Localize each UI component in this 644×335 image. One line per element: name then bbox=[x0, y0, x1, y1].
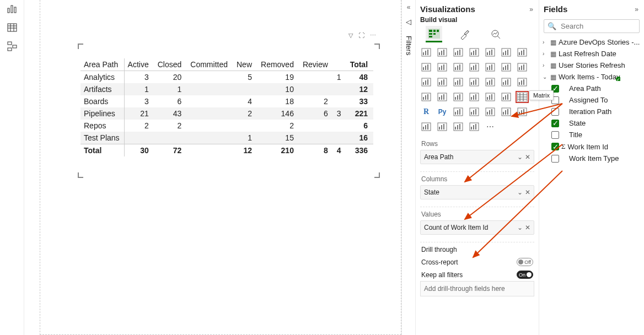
viz-map-icon[interactable] bbox=[484, 77, 496, 88]
viz-line-col2-icon[interactable] bbox=[468, 62, 480, 73]
values-field-value: Count of Work Item Id bbox=[424, 224, 489, 231]
svg-rect-126 bbox=[503, 97, 504, 100]
viz-score-icon[interactable] bbox=[420, 121, 432, 132]
cross-report-toggle[interactable]: Off bbox=[517, 258, 533, 266]
focus-mode-icon[interactable]: ⛶ bbox=[358, 32, 364, 39]
viz-stack-col-icon[interactable] bbox=[484, 47, 496, 58]
field-Area Path[interactable]: ✓Area Path bbox=[543, 83, 643, 94]
chevron-down-icon[interactable]: ⌄ bbox=[517, 153, 523, 161]
table-Last Refresh Date[interactable]: ›▦Last Refresh Date bbox=[543, 48, 643, 60]
drill-through-well[interactable]: Add drill-through fields here bbox=[420, 281, 534, 296]
collapse-viz-icon[interactable]: » bbox=[529, 6, 533, 13]
field-Work Item Id[interactable]: ✓ΣWork Item Id bbox=[543, 141, 643, 153]
columns-field-well[interactable]: State ⌄✕ bbox=[420, 185, 534, 199]
build-visual-tab[interactable] bbox=[426, 26, 442, 42]
svg-rect-157 bbox=[425, 125, 426, 129]
filter-icon[interactable]: ▽ bbox=[348, 32, 353, 39]
viz-more-icon[interactable]: ⋯ bbox=[484, 121, 496, 132]
viz-narrative-icon[interactable] bbox=[500, 106, 512, 117]
table-User Stories Refresh[interactable]: ›▦User Stories Refresh bbox=[543, 60, 643, 71]
model-view-icon[interactable] bbox=[7, 41, 18, 52]
svg-rect-160 bbox=[439, 127, 440, 129]
svg-rect-115 bbox=[457, 95, 458, 100]
viz-paginated-icon[interactable] bbox=[516, 106, 528, 117]
field-Assigned To[interactable]: Assigned To bbox=[543, 94, 643, 106]
viz-gauge-icon[interactable] bbox=[420, 91, 432, 102]
matrix-visual[interactable]: ▽ ⛶ ⋯ Area PathActiveClosedCommittedNewR… bbox=[78, 44, 379, 177]
viz-matrix-icon[interactable]: Matrix bbox=[516, 91, 528, 102]
rows-label: Rows bbox=[416, 137, 539, 150]
viz-area-st-icon[interactable] bbox=[436, 62, 448, 73]
viz-bar-h-icon[interactable] bbox=[420, 47, 432, 58]
viz-azure-map-icon[interactable] bbox=[516, 77, 528, 88]
report-canvas[interactable]: ▽ ⛶ ⋯ Area PathActiveClosedCommittedNewR… bbox=[24, 0, 401, 335]
svg-rect-149 bbox=[505, 110, 506, 115]
remove-field-icon[interactable]: ✕ bbox=[525, 224, 530, 231]
field-Work Item Type[interactable]: Work Item Type bbox=[543, 153, 643, 164]
viz-ribbon-icon[interactable] bbox=[484, 62, 496, 73]
viz-treemap-icon[interactable] bbox=[468, 77, 480, 88]
viz-pie-icon[interactable] bbox=[436, 77, 448, 88]
analytics-tab[interactable] bbox=[487, 26, 504, 42]
viz-decomp-icon[interactable] bbox=[468, 106, 480, 117]
viz-scatter-icon[interactable] bbox=[420, 77, 432, 88]
chevron-down-icon[interactable]: ⌄ bbox=[517, 188, 523, 196]
viz-table-icon[interactable] bbox=[500, 91, 512, 102]
viz-waterfall-icon[interactable] bbox=[500, 62, 512, 73]
svg-rect-103 bbox=[521, 80, 522, 85]
remove-field-icon[interactable]: ✕ bbox=[525, 188, 530, 196]
expand-filters-icon[interactable]: « bbox=[407, 3, 411, 11]
table-Azure DevOps Stories -...[interactable]: ›▦Azure DevOps Stories -... bbox=[543, 36, 643, 48]
more-options-icon[interactable]: ⋯ bbox=[370, 32, 376, 39]
rows-field-well[interactable]: Area Path ⌄✕ bbox=[420, 150, 534, 164]
viz-multi-card-icon[interactable] bbox=[452, 91, 464, 102]
viz-area-icon[interactable] bbox=[420, 62, 432, 73]
fields-search[interactable]: 🔍 bbox=[544, 19, 640, 33]
viz-funnel-icon[interactable] bbox=[516, 62, 528, 73]
svg-rect-84 bbox=[443, 79, 444, 85]
viz-filled-map-icon[interactable] bbox=[500, 77, 512, 88]
svg-rect-15 bbox=[429, 33, 432, 35]
viz-col-icon[interactable] bbox=[436, 47, 448, 58]
svg-rect-71 bbox=[505, 66, 506, 70]
format-visual-tab[interactable] bbox=[457, 26, 473, 42]
svg-rect-68 bbox=[491, 64, 492, 70]
svg-rect-111 bbox=[441, 95, 442, 100]
viz-arcgis-icon[interactable] bbox=[468, 121, 480, 132]
viz-line-icon[interactable] bbox=[516, 47, 528, 58]
viz-col100-icon[interactable] bbox=[500, 47, 512, 58]
viz-donut-icon[interactable] bbox=[452, 77, 464, 88]
values-field-well[interactable]: Count of Work Item Id ⌄✕ bbox=[420, 220, 534, 235]
drill-through-label: Drill through bbox=[416, 242, 539, 256]
svg-rect-32 bbox=[459, 50, 460, 55]
viz-power-apps-icon[interactable] bbox=[436, 121, 448, 132]
viz-card-icon[interactable] bbox=[436, 91, 448, 102]
data-view-icon[interactable] bbox=[7, 22, 18, 33]
viz-key-infl-icon[interactable] bbox=[452, 106, 464, 117]
search-input[interactable] bbox=[560, 21, 636, 31]
viz-py-icon[interactable]: Py bbox=[436, 106, 448, 117]
keep-filters-toggle[interactable]: On bbox=[517, 271, 533, 279]
remove-field-icon[interactable]: ✕ bbox=[525, 153, 530, 161]
viz-kpi-icon[interactable] bbox=[468, 91, 480, 102]
filters-pane-collapsed[interactable]: « ◁ Filters bbox=[401, 0, 416, 335]
viz-qna-icon[interactable] bbox=[484, 106, 496, 117]
svg-rect-47 bbox=[521, 51, 522, 55]
table-Work Items - Today[interactable]: ⌄▦Work Items - Today✓ bbox=[543, 71, 643, 83]
field-State[interactable]: ✓State bbox=[543, 117, 643, 129]
viz-r-icon[interactable]: R bbox=[420, 106, 432, 117]
chevron-down-icon[interactable]: ⌄ bbox=[517, 224, 523, 231]
svg-rect-38 bbox=[487, 52, 488, 55]
viz-power-auto-icon[interactable] bbox=[452, 121, 464, 132]
collapse-fields-icon[interactable]: » bbox=[635, 6, 638, 13]
svg-rect-79 bbox=[425, 80, 426, 85]
viz-col-cl-icon[interactable] bbox=[468, 47, 480, 58]
svg-rect-161 bbox=[441, 125, 442, 129]
viz-line-col-icon[interactable] bbox=[452, 62, 464, 73]
viz-slicer-icon[interactable] bbox=[484, 91, 496, 102]
field-Title[interactable]: Title bbox=[543, 129, 643, 141]
report-view-icon[interactable] bbox=[7, 3, 18, 14]
field-Iteration Path[interactable]: Iteration Path bbox=[543, 106, 643, 117]
svg-rect-13 bbox=[433, 30, 436, 32]
viz-stack-h-icon[interactable] bbox=[452, 47, 464, 58]
